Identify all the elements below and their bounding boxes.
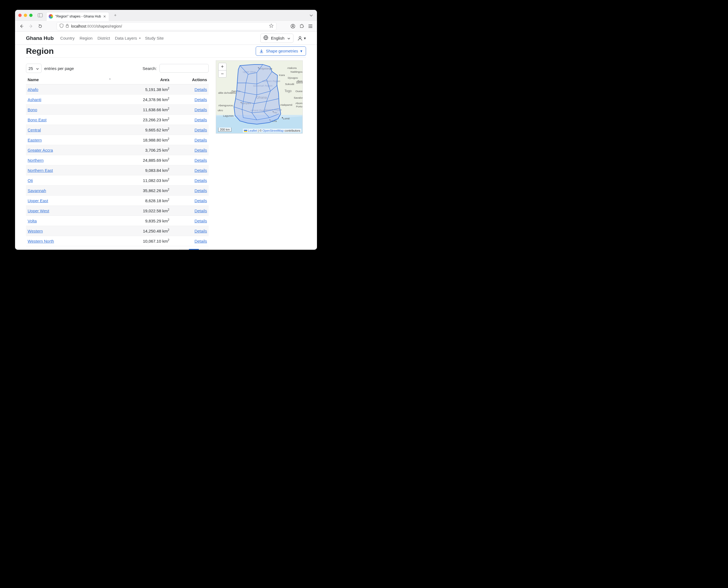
chevron-down-icon (309, 14, 313, 17)
region-link[interactable]: Central (27, 128, 41, 132)
area-cell: 9,083.84 km2 (114, 165, 171, 175)
details-link[interactable]: Details (195, 87, 207, 92)
pager-next[interactable]: » (199, 249, 209, 250)
chevron-down-icon: ▾ (304, 36, 306, 41)
region-link[interactable]: Eastern (27, 138, 42, 142)
account-button[interactable] (289, 22, 297, 30)
tab-close-button[interactable]: ✕ (103, 15, 106, 19)
back-button[interactable] (18, 22, 25, 30)
area-cell: 8,628.18 km2 (114, 196, 171, 206)
zoom-out-button[interactable]: − (219, 70, 226, 77)
svg-text:Kara: Kara (279, 74, 285, 77)
close-window-button[interactable] (18, 14, 22, 17)
puzzle-icon (299, 24, 304, 29)
minimize-window-button[interactable] (24, 14, 27, 17)
brand[interactable]: Ghana Hub (26, 35, 54, 41)
chevron-down-icon (287, 36, 290, 40)
details-link[interactable]: Details (195, 198, 207, 203)
details-link[interactable]: Details (195, 148, 207, 152)
browser-tab[interactable]: "Region" shapes - Ghana Hub ✕ (46, 12, 109, 21)
svg-text:Djougou: Djougou (288, 76, 298, 79)
region-link[interactable]: Ahafo (27, 87, 38, 92)
region-link[interactable]: Savannah (27, 188, 46, 193)
language-label: English (271, 36, 284, 40)
user-menu[interactable]: ▾ (297, 36, 306, 41)
details-link[interactable]: Details (195, 107, 207, 112)
bookmark-button[interactable] (269, 23, 274, 29)
forward-button[interactable] (27, 22, 35, 30)
table-row: Bono11,638.66 km2Details (26, 105, 209, 115)
table-row: Greater Accra3,706.25 km2Details (26, 145, 209, 155)
nav-link-study-site[interactable]: Study Site (144, 35, 164, 42)
svg-text:Natitingou: Natitingou (290, 70, 302, 73)
page-size-select[interactable]: 25 (26, 64, 42, 73)
pagination: « 1 » (26, 249, 209, 250)
col-area[interactable]: Area ▲▼ (114, 75, 171, 84)
tab-bar: "Region" shapes - Ghana Hub ✕ ＋ (15, 10, 317, 21)
area-cell: 9,835.29 km2 (114, 216, 171, 226)
details-link[interactable]: Details (195, 138, 207, 142)
region-link[interactable]: Western (27, 229, 43, 233)
details-link[interactable]: Details (195, 118, 207, 122)
sidebar-toggle-button[interactable] (36, 12, 44, 18)
region-link[interactable]: Greater Accra (27, 148, 53, 152)
region-link[interactable]: Bono (27, 107, 37, 112)
area-cell: 10,067.10 km2 (114, 236, 171, 246)
new-tab-button[interactable]: ＋ (111, 12, 119, 19)
osm-link[interactable]: OpenStreetMap (263, 129, 284, 132)
area-cell: 18,988.80 km2 (114, 135, 171, 145)
language-selector[interactable]: English (260, 34, 294, 43)
zoom-in-button[interactable]: + (219, 63, 226, 70)
entries-label: entries per page (44, 66, 74, 71)
details-link[interactable]: Details (195, 239, 207, 244)
arrow-right-icon (29, 24, 33, 28)
nav-link-country[interactable]: Country (60, 35, 75, 42)
region-link[interactable]: Northern East (27, 168, 53, 173)
details-link[interactable]: Details (195, 178, 207, 183)
details-link[interactable]: Details (195, 218, 207, 223)
details-link[interactable]: Details (195, 158, 207, 163)
leaflet-link[interactable]: Leaflet (248, 129, 257, 132)
col-name[interactable]: Name ▲ (26, 75, 114, 84)
svg-text:Lagunes: Lagunes (223, 114, 234, 117)
reload-button[interactable] (36, 22, 44, 30)
nav-link-region[interactable]: Region (79, 35, 93, 42)
extensions-button[interactable] (298, 22, 305, 30)
map[interactable]: Togo Bénin Ghana Atakora Natitingou Djou… (216, 60, 303, 133)
pager-prev[interactable]: « (179, 249, 189, 250)
page: Ghana Hub Country Region District Data L… (15, 32, 317, 250)
region-link[interactable]: Upper East (27, 198, 48, 203)
tabs-dropdown-button[interactable] (308, 13, 315, 18)
details-link[interactable]: Details (195, 188, 207, 193)
url-text: localhost:8000/shapes/region/ (71, 24, 122, 28)
svg-text:Abome: Abome (295, 102, 302, 105)
details-link[interactable]: Details (195, 97, 207, 102)
search-input[interactable] (159, 64, 209, 73)
star-icon (269, 23, 274, 28)
app-menu-button[interactable] (307, 22, 314, 30)
details-link[interactable]: Details (195, 168, 207, 173)
address-bar[interactable]: localhost:8000/shapes/region/ (57, 22, 277, 30)
nav-link-data-layers[interactable]: Data Layers (114, 35, 138, 42)
region-link[interactable]: Bono East (27, 118, 46, 122)
region-link[interactable]: Western North (27, 239, 54, 244)
table-row: Central9,665.62 km2Details (26, 125, 209, 135)
maximize-window-button[interactable] (29, 14, 33, 17)
details-link[interactable]: Details (195, 128, 207, 132)
details-link[interactable]: Details (195, 209, 207, 213)
table-row: Ashanti24,378.96 km2Details (26, 94, 209, 105)
region-link[interactable]: Oti (27, 178, 33, 183)
shape-geometries-button[interactable]: Shape geometries ▾ (256, 46, 306, 56)
region-link[interactable]: Volta (27, 218, 37, 223)
region-link[interactable]: Northern (27, 158, 43, 163)
sort-icon: ▲▼ (166, 78, 169, 81)
nav-link-district[interactable]: District (97, 35, 110, 42)
map-scale: 200 km (218, 128, 231, 132)
page-size-value: 25 (28, 66, 33, 71)
pager-page-1[interactable]: 1 (189, 249, 199, 250)
svg-point-13 (299, 36, 301, 38)
region-link[interactable]: Upper West (27, 209, 49, 213)
svg-point-49 (282, 117, 283, 118)
details-link[interactable]: Details (195, 229, 207, 233)
region-link[interactable]: Ashanti (27, 97, 41, 102)
